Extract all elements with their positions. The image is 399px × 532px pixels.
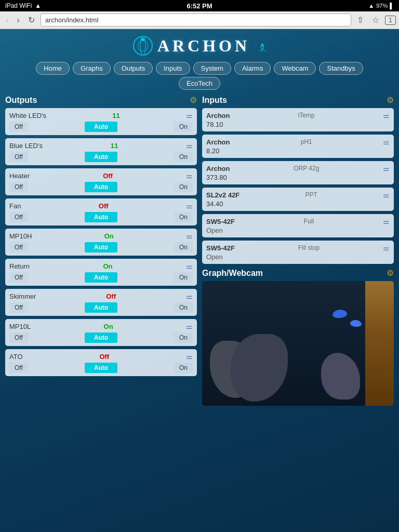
sw5-full-settings-icon[interactable]: ⚌ [383, 217, 390, 225]
logo-area: ARCHON [5, 34, 394, 58]
mp10l-on-btn[interactable]: On [174, 332, 193, 343]
signal-icon: ▲ [368, 3, 374, 9]
forward-button[interactable]: › [14, 15, 22, 26]
reload-button[interactable]: ↻ [25, 14, 37, 26]
input-archon-itemp: Archon iTemp ⚌ 78.10 [202, 108, 394, 131]
output-white-leds: White LED's 11 ⚌ Off Auto On [5, 108, 197, 135]
heater-off-btn[interactable]: Off [9, 182, 28, 192]
sw5-full-type: Full [304, 218, 314, 225]
input-archon-ph1: Archon pH1 ⚌ 8.20 [202, 135, 394, 158]
white-leds-settings-icon[interactable]: ⚌ [186, 111, 193, 119]
return-on-btn[interactable]: On [174, 272, 193, 283]
return-auto-btn[interactable]: Auto [85, 272, 117, 283]
output-heater: Heater Off ⚌ Off Auto On [5, 168, 197, 195]
right-column: Inputs ⚙ Archon iTemp ⚌ 78.10 Archon [202, 95, 394, 406]
output-return: Return On ⚌ Off Auto On [5, 259, 197, 286]
sw5-fillstop-name: SW5-42F [206, 244, 235, 252]
white-leds-label: White LED's [9, 112, 46, 119]
sl2v2-ppt-value: 34.40 [206, 200, 390, 208]
mp10l-settings-icon[interactable]: ⚌ [186, 322, 193, 330]
white-leds-auto-btn[interactable]: Auto [85, 122, 117, 132]
outputs-title: Outputs [5, 96, 37, 105]
heater-settings-icon[interactable]: ⚌ [186, 171, 193, 180]
skimmer-settings-icon[interactable]: ⚌ [186, 292, 193, 300]
tab-count[interactable]: 1 [385, 16, 396, 25]
fan-off-btn[interactable]: Off [9, 212, 28, 222]
sw5-full-value: Open [206, 227, 390, 234]
sl2v2-ppt-type: PPT [305, 191, 317, 198]
sw5-fillstop-settings-icon[interactable]: ⚌ [383, 244, 390, 252]
return-label: Return [9, 262, 30, 270]
output-skimmer: Skimmer Off ⚌ Off Auto On [5, 289, 197, 316]
status-bar: iPad WiFi ▲ 6:52 PM ▲ 97% ▌ [0, 0, 399, 11]
heater-auto-btn[interactable]: Auto [85, 182, 117, 192]
back-button[interactable]: ‹ [3, 15, 11, 26]
skimmer-auto-btn[interactable]: Auto [85, 302, 117, 313]
sl2v2-ppt-settings-icon[interactable]: ⚌ [383, 191, 390, 199]
mp10h-settings-icon[interactable]: ⚌ [186, 232, 193, 240]
heater-value: Off [103, 172, 113, 180]
mp10l-off-btn[interactable]: Off [9, 332, 28, 343]
blue-leds-auto-btn[interactable]: Auto [85, 152, 117, 162]
mp10l-auto-btn[interactable]: Auto [85, 332, 117, 343]
inputs-gear-icon[interactable]: ⚙ [387, 95, 394, 105]
skimmer-off-btn[interactable]: Off [9, 302, 28, 313]
status-bar-right: ▲ 97% ▌ [368, 3, 394, 9]
ato-value: Off [99, 353, 109, 361]
return-off-btn[interactable]: Off [9, 272, 28, 283]
return-settings-icon[interactable]: ⚌ [186, 262, 193, 270]
archon-orp-settings-icon[interactable]: ⚌ [383, 164, 390, 172]
nav-webcam[interactable]: Webcam [274, 62, 316, 75]
nav-row-1: Home Graphs Outputs Inputs System Alarms… [5, 62, 394, 75]
input-sw5-fillstop: SW5-42F Fill stop ⚌ Open [202, 241, 394, 264]
nav-standbys[interactable]: Standbys [319, 62, 363, 75]
webcam-gear-icon[interactable]: ⚙ [387, 268, 394, 278]
archon-ph1-settings-icon[interactable]: ⚌ [383, 138, 390, 146]
mp10h-auto-btn[interactable]: Auto [85, 242, 117, 252]
nav-inputs[interactable]: Inputs [156, 62, 190, 75]
sw5-fillstop-type: Fill stop [298, 244, 320, 251]
fan-on-btn[interactable]: On [174, 212, 193, 222]
nav-system[interactable]: System [193, 62, 231, 75]
outputs-gear-icon[interactable]: ⚙ [190, 95, 197, 105]
archon-ph1-value: 8.20 [206, 147, 390, 155]
blue-leds-on-btn[interactable]: On [174, 152, 193, 162]
archon-orp-type: ORP 42g [294, 165, 319, 172]
nav-alarms[interactable]: Alarms [234, 62, 271, 75]
nav-outputs[interactable]: Outputs [114, 62, 153, 75]
white-leds-value: 11 [112, 112, 119, 119]
output-mp10h: MP10H On ⚌ Off Auto On [5, 229, 197, 256]
inputs-header: Inputs ⚙ [202, 95, 394, 105]
columns-container: Outputs ⚙ White LED's 11 ⚌ Off Auto On [5, 95, 394, 406]
svg-point-1 [138, 41, 148, 51]
white-leds-on-btn[interactable]: On [174, 122, 193, 132]
fan-auto-btn[interactable]: Auto [85, 212, 117, 222]
main-content: ARCHON Home Graphs Outputs Inputs System… [0, 29, 399, 411]
address-bar[interactable] [41, 14, 352, 26]
nav-graphs[interactable]: Graphs [73, 62, 111, 75]
ato-settings-icon[interactable]: ⚌ [186, 352, 193, 361]
ato-on-btn[interactable]: On [174, 363, 193, 373]
heater-on-btn[interactable]: On [174, 182, 193, 192]
sl2v2-ppt-name: SL2v2 42F [206, 191, 240, 199]
nav-home[interactable]: Home [36, 62, 70, 75]
archon-itemp-type: iTemp [298, 112, 315, 119]
status-bar-left: iPad WiFi ▲ [5, 2, 41, 9]
mp10h-on-btn[interactable]: On [174, 242, 193, 252]
share-button[interactable]: ⇧ [354, 14, 366, 26]
archon-ph1-name: Archon [206, 138, 230, 146]
browser-bar: ‹ › ↻ ⇧ ☆ 1 [0, 11, 399, 29]
blue-leds-off-btn[interactable]: Off [9, 152, 28, 162]
skimmer-on-btn[interactable]: On [174, 302, 193, 313]
nav-ecotech[interactable]: EcoTech [179, 77, 220, 90]
fan-settings-icon[interactable]: ⚌ [186, 202, 193, 210]
ato-off-btn[interactable]: Off [9, 363, 28, 373]
ato-auto-btn[interactable]: Auto [85, 363, 117, 373]
white-leds-off-btn[interactable]: Off [9, 122, 28, 132]
mp10h-off-btn[interactable]: Off [9, 242, 28, 252]
archon-itemp-settings-icon[interactable]: ⚌ [383, 111, 390, 119]
outputs-section: Outputs ⚙ White LED's 11 ⚌ Off Auto On [5, 95, 197, 379]
blue-leds-settings-icon[interactable]: ⚌ [186, 141, 193, 150]
output-ato: ATO Off ⚌ Off Auto On [5, 349, 197, 376]
bookmark-button[interactable]: ☆ [369, 14, 382, 26]
